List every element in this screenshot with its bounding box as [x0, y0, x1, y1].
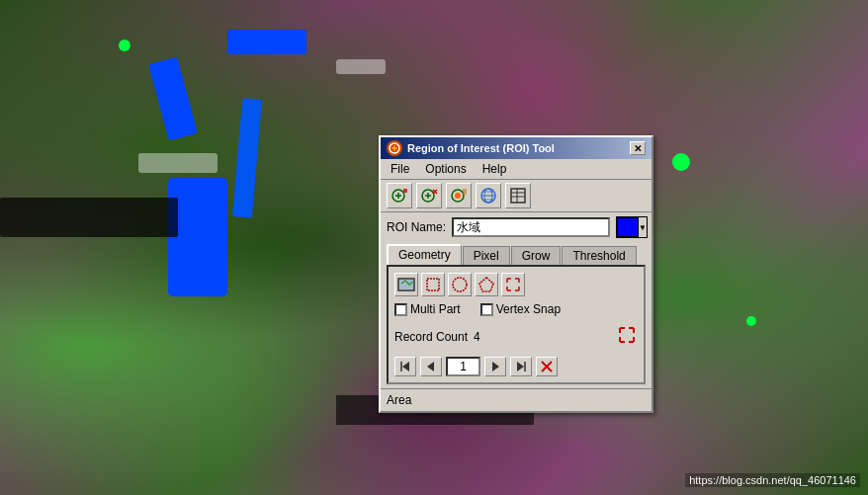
nav-last-button[interactable]	[510, 357, 532, 376]
svg-rect-10	[511, 189, 525, 203]
roi-add-button[interactable]	[387, 183, 412, 208]
roi-name-label: ROI Name:	[387, 220, 446, 234]
roi-tool-dialog: Region of Interest (ROI) Tool ✕ File Opt…	[379, 135, 653, 413]
polygon-tool-button[interactable]	[475, 273, 498, 296]
roi-delete-button[interactable]	[416, 183, 442, 208]
multi-part-check-item: Multi Part	[394, 302, 461, 316]
water-area-2	[227, 30, 306, 54]
dialog-title: Region of Interest (ROI) Tool	[407, 142, 555, 154]
square-tool-button[interactable]	[421, 273, 445, 296]
tab-content-geometry: Multi Part Vertex Snap Record Count 4	[387, 265, 646, 384]
nav-prev-button[interactable]	[420, 357, 442, 376]
green-spot-1	[672, 153, 690, 171]
circle-tool-button[interactable]	[448, 273, 472, 296]
nav-first-button[interactable]	[394, 357, 416, 376]
navigation-row	[394, 357, 638, 376]
water-area-4	[168, 178, 227, 296]
roi-name-input[interactable]	[452, 217, 610, 237]
multi-part-label: Multi Part	[410, 302, 461, 316]
scatter-tool-button[interactable]	[501, 273, 525, 296]
svg-point-4	[455, 193, 461, 199]
checkboxes-row: Multi Part Vertex Snap	[394, 302, 638, 316]
roi-color-swatch[interactable]	[617, 217, 639, 237]
rect-tool-button[interactable]	[394, 273, 418, 296]
toolbar	[381, 180, 651, 212]
menu-options[interactable]: Options	[421, 161, 470, 177]
geometry-toolbar	[394, 273, 638, 296]
white-area-1	[336, 59, 386, 74]
tab-grow[interactable]: Grow	[511, 246, 562, 265]
tabs-bar: Geometry Pixel Grow Threshold	[381, 244, 651, 265]
roi-color-dropdown[interactable]: ▼	[639, 223, 647, 232]
menu-help[interactable]: Help	[478, 161, 511, 177]
svg-point-17	[453, 278, 467, 291]
watermark: https://blog.csdn.net/qq_46071146	[685, 473, 860, 487]
vertex-snap-checkbox[interactable]	[480, 303, 493, 316]
record-count-row: Record Count 4	[394, 324, 638, 349]
area-row: Area	[381, 388, 651, 411]
white-area-2	[138, 153, 217, 173]
record-count-label: Record Count	[394, 330, 468, 344]
vertex-snap-check-item: Vertex Snap	[480, 302, 561, 316]
area-label: Area	[387, 393, 411, 407]
tab-pixel[interactable]: Pixel	[463, 246, 510, 265]
nav-page-input[interactable]	[446, 357, 480, 376]
close-button[interactable]: ✕	[630, 141, 646, 155]
table-button[interactable]	[505, 183, 531, 208]
menu-bar: File Options Help	[381, 159, 651, 180]
svg-rect-16	[427, 279, 439, 290]
nav-next-button[interactable]	[484, 357, 506, 376]
tab-geometry[interactable]: Geometry	[387, 244, 462, 265]
menu-file[interactable]: File	[387, 161, 413, 177]
title-bar: Region of Interest (ROI) Tool ✕	[381, 137, 651, 159]
nav-delete-button[interactable]	[536, 357, 558, 376]
title-bar-left: Region of Interest (ROI) Tool	[387, 140, 555, 156]
roi-name-row: ROI Name: ▼	[381, 212, 651, 242]
tab-threshold[interactable]: Threshold	[562, 246, 636, 265]
dark-area-1	[0, 198, 178, 237]
title-icon	[387, 140, 402, 156]
record-count-value: 4	[474, 330, 480, 344]
multi-part-checkbox[interactable]	[394, 303, 407, 316]
globe-button[interactable]	[476, 183, 501, 208]
vertex-snap-label: Vertex Snap	[496, 302, 561, 316]
green-spot-2	[119, 40, 130, 51]
record-scatter-icon	[616, 324, 638, 346]
roi-edit-button[interactable]	[446, 183, 472, 208]
green-spot-3	[746, 316, 756, 326]
